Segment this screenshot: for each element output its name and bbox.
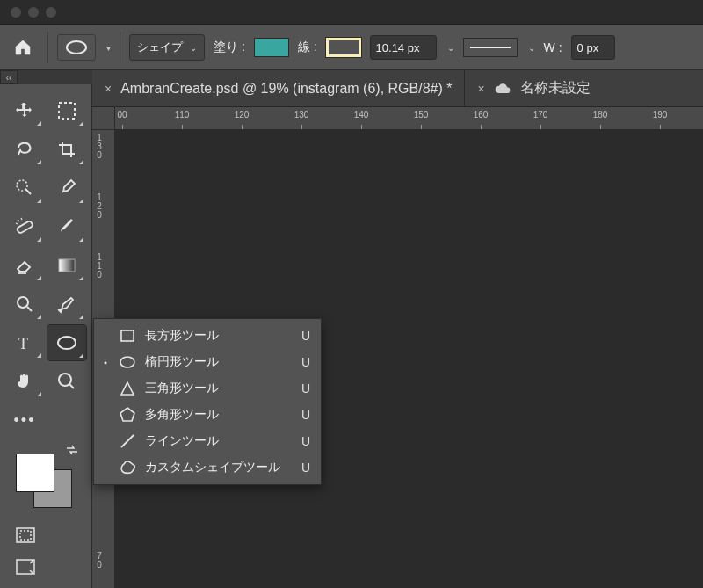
flyout-item-polygon[interactable]: 多角形ツールU (94, 402, 321, 428)
eraser-tool[interactable] (5, 248, 44, 283)
zoom-tool[interactable] (5, 287, 44, 322)
document-tabs: × AmbranCreate.psd @ 19% (instagram (6),… (92, 70, 703, 107)
blob-icon (119, 459, 136, 476)
svg-point-5 (18, 297, 28, 308)
tab-secondary[interactable]: × 名称未設定 (464, 70, 602, 106)
edit-toolbar-button[interactable]: ••• (5, 403, 44, 438)
chevron-down-icon[interactable]: ⌄ (447, 43, 454, 53)
magnify-tool[interactable] (47, 364, 86, 399)
flyout-item-shortcut: U (301, 461, 310, 475)
stroke-width-input[interactable]: 10.14 px (370, 35, 437, 60)
traffic-zoom[interactable] (46, 7, 56, 18)
pen-tool[interactable] (47, 287, 86, 322)
flyout-item-shortcut: U (301, 329, 310, 343)
cloud-icon (494, 83, 511, 95)
tab-title: AmbranCreate.psd @ 19% (instagram (6), R… (120, 81, 452, 97)
current-tool-preview[interactable] (57, 34, 96, 61)
svg-rect-4 (59, 259, 75, 272)
flyout-item-line[interactable]: ラインツールU (94, 428, 321, 454)
hand-tool[interactable] (5, 364, 44, 399)
crop-tool[interactable] (47, 132, 86, 167)
eyedropper-icon (57, 178, 76, 198)
rect-icon (119, 327, 136, 345)
width-input[interactable]: 0 px (571, 35, 615, 60)
home-button[interactable] (7, 32, 39, 63)
brush-tool[interactable] (47, 209, 86, 244)
svg-rect-10 (20, 531, 31, 540)
hand-icon (15, 372, 34, 391)
chevron-down-icon[interactable]: ⌄ (528, 43, 535, 53)
flyout-item-blob[interactable]: カスタムシェイプツールU (94, 454, 321, 481)
marquee-tool[interactable] (47, 93, 86, 128)
ruler-origin[interactable] (92, 107, 115, 130)
lasso-icon (15, 140, 34, 159)
traffic-close[interactable] (11, 7, 21, 18)
flyout-item-ellipse[interactable]: ▪楕円形ツールU (94, 349, 321, 375)
shape-mode-label: シェイプ (137, 40, 183, 55)
move-tool[interactable] (5, 93, 44, 128)
toolbox-collapse-toggle[interactable]: ‹‹ (0, 70, 18, 84)
gradient-icon (57, 256, 76, 275)
type-tool[interactable]: T (5, 325, 44, 360)
foreground-swatch[interactable] (16, 454, 54, 492)
shape-tool[interactable] (47, 325, 86, 360)
close-icon[interactable]: × (105, 82, 112, 96)
polygon-icon (119, 406, 136, 424)
flyout-item-shortcut: U (301, 434, 310, 448)
flyout-item-shortcut: U (301, 355, 310, 369)
quick-select-tool[interactable] (5, 171, 44, 206)
brush-icon (57, 217, 76, 236)
flyout-item-label: カスタムシェイプツール (145, 460, 293, 475)
gradient-tool[interactable] (47, 248, 86, 283)
screen-mode-icon[interactable] (16, 559, 35, 575)
tab-active[interactable]: × AmbranCreate.psd @ 19% (instagram (6),… (92, 70, 464, 106)
stroke-label: 線 : (298, 40, 317, 55)
flyout-item-label: 楕円形ツール (145, 354, 293, 370)
svg-point-8 (59, 374, 71, 386)
heal-tool[interactable] (5, 209, 44, 244)
eyedropper-tool[interactable] (47, 171, 86, 206)
flyout-item-shortcut: U (301, 408, 310, 422)
close-icon[interactable]: × (477, 82, 484, 96)
chevron-down-icon[interactable]: ▾ (106, 43, 111, 53)
color-swatches (14, 446, 84, 512)
lasso-tool[interactable] (5, 132, 44, 167)
swap-colors-icon[interactable] (65, 443, 79, 457)
svg-rect-1 (59, 103, 75, 119)
flyout-item-rect[interactable]: 長方形ツールU (94, 323, 321, 349)
zoom-icon (15, 294, 34, 314)
home-icon (13, 38, 33, 57)
window-titlebar (0, 0, 703, 25)
quick-mask-icon[interactable] (16, 527, 35, 543)
triangle-icon (119, 380, 136, 397)
shape-mode-dropdown[interactable]: シェイプ ⌄ (129, 34, 205, 61)
crop-icon (57, 140, 76, 159)
svg-rect-3 (17, 221, 33, 234)
traffic-minimize[interactable] (28, 7, 39, 18)
stroke-swatch[interactable] (326, 38, 361, 57)
pen-icon (57, 294, 76, 314)
flyout-item-label: ラインツール (145, 433, 293, 449)
ellipse-icon (119, 353, 136, 371)
stroke-width-value: 10.14 px (376, 41, 420, 54)
svg-text:T: T (18, 335, 28, 352)
svg-point-13 (120, 357, 134, 367)
shape-tool-flyout: 長方形ツールU▪楕円形ツールU三角形ツールU多角形ツールUラインツールUカスタム… (93, 318, 322, 485)
svg-point-7 (58, 337, 76, 349)
ellipse-icon (56, 335, 77, 351)
fill-swatch[interactable] (254, 38, 289, 57)
horizontal-ruler[interactable]: 00110120130140150160170180190 (115, 107, 703, 130)
ellipse-icon (65, 40, 88, 55)
svg-point-0 (67, 41, 86, 54)
collapse-glyph: ‹‹ (6, 73, 12, 83)
bandage-icon (15, 217, 34, 236)
chevron-down-icon: ⌄ (190, 43, 197, 53)
solid-line-icon (470, 47, 511, 48)
flyout-item-label: 長方形ツール (145, 328, 293, 344)
tab-title: 名称未設定 (520, 79, 591, 98)
flyout-item-triangle[interactable]: 三角形ツールU (94, 375, 321, 402)
stroke-style-dropdown[interactable] (463, 38, 518, 57)
eraser-icon (15, 256, 34, 275)
width-value: 0 px (577, 41, 599, 54)
options-bar: ▾ シェイプ ⌄ 塗り : 線 : 10.14 px ⌄ ⌄ W : 0 px (0, 25, 703, 70)
